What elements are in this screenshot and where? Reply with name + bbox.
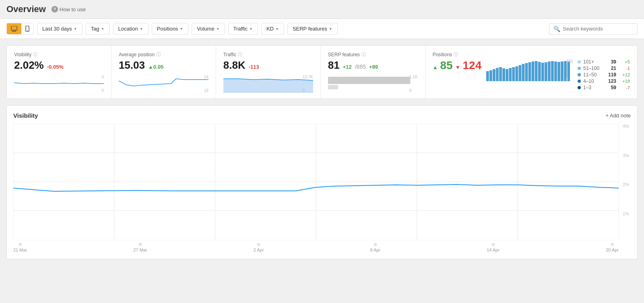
legend-label: 51–100 [583,66,604,71]
traffic-chart-labels: 10.7K 0 [303,75,313,93]
svg-rect-13 [499,67,502,81]
search-input[interactable] [563,26,633,32]
tag-dropdown[interactable]: Tag ▼ [86,23,110,35]
note-icon-6: ⚙ [611,242,614,247]
mobile-icon [25,26,29,32]
x-axis: ⚙ 21 Mar ⚙ 27 Mar ⚙ 2 Apr ⚙ 8 Apr ⚙ 14 [13,242,619,252]
visibility-main-chart: 4% 3% 2% 1% ⚙ 21 Mar ⚙ 27 Mar ⚙ 2 Apr [13,124,631,252]
kd-dropdown[interactable]: KD ▼ [261,23,284,35]
chevron-down-icon: ▼ [329,27,332,31]
serp-features-dropdown[interactable]: SERP features ▼ [287,23,338,35]
positions-card: Positions ⓘ ▲ 85 ▼ 124 [425,46,637,98]
legend-row: 1–3 59 -7 [578,85,630,90]
how-to-use-button[interactable]: ? How to use [52,6,86,12]
svg-rect-22 [528,62,531,81]
positions-label: Positions [433,52,452,57]
serp-features-chart-labels: 1.1K 0 [409,75,418,93]
svg-rect-23 [532,61,535,81]
chevron-down-icon: ▼ [180,27,183,31]
legend-count: 39 [607,59,616,65]
chevron-down-icon: ▼ [74,27,77,31]
toolbar: Last 30 days ▼ Tag ▼ Location ▼ Position… [0,19,644,39]
legend-label: 101+ [583,59,604,65]
serp-features-value: 81 [328,59,340,72]
add-note-button[interactable]: + Add note [605,113,631,119]
svg-rect-8 [328,85,338,89]
svg-rect-21 [525,63,528,81]
metrics-row: Visibility ⓘ 2.02% -0.05% 4 0 Average po… [6,45,638,99]
legend-dot [578,60,581,63]
avg-position-label: Average position [119,52,155,57]
positions-bar-chart [486,59,573,81]
svg-rect-25 [538,62,541,81]
legend-label: 1–3 [583,85,604,90]
chevron-down-icon: ▼ [249,27,253,31]
legend-change: +5 [619,59,630,64]
serp-features-card: SERP features ⓘ 81 +12 /885 +99 1.1K 0 [321,46,425,98]
legend-dot [578,86,581,89]
svg-rect-29 [551,61,554,81]
chart-grid [13,124,619,240]
svg-rect-32 [561,61,564,81]
location-dropdown[interactable]: Location ▼ [113,23,149,35]
legend-change: +18 [619,79,630,84]
svg-rect-28 [548,61,551,81]
visibility-section: Visibility + Add note [6,105,638,259]
legend-count: 119 [607,72,616,78]
svg-rect-31 [557,62,560,81]
svg-point-5 [27,31,28,31]
positions-dropdown[interactable]: Positions ▼ [152,23,189,35]
positions-down-value: 124 [463,59,482,72]
help-icon: ? [52,6,58,12]
svg-rect-7 [328,77,410,84]
visibility-chart: 4 0 [14,75,104,93]
serp-features-label: SERP features [328,52,360,57]
svg-rect-27 [545,62,547,81]
volume-dropdown[interactable]: Volume ▼ [192,23,225,35]
svg-rect-20 [522,64,525,81]
mobile-device-button[interactable] [21,23,33,34]
svg-rect-30 [554,61,557,81]
chevron-down-icon: ▼ [216,27,220,31]
legend-count: 21 [607,66,616,71]
traffic-change: -113 [249,64,259,70]
visibility-card: Visibility ⓘ 2.02% -0.05% 4 0 [7,46,111,98]
positions-info-icon[interactable]: ⓘ [454,51,458,57]
visibility-info-icon[interactable]: ⓘ [33,51,37,57]
traffic-value: 8.8K [223,59,246,72]
search-box: 🔍 [549,23,638,35]
page-title: Overview [6,4,46,14]
traffic-label: Traffic [223,52,237,57]
avg-position-info-icon[interactable]: ⓘ [156,51,161,57]
legend-change: -1 [619,66,630,71]
serp-features-chart: 1.1K 0 [328,75,418,93]
traffic-info-icon[interactable]: ⓘ [238,51,242,57]
legend-dot [578,80,581,83]
positions-up-value: 85 [440,59,453,72]
svg-rect-19 [519,65,522,81]
visibility-label: Visibility [14,52,31,57]
legend-dot [578,67,581,70]
legend-dot [578,73,581,76]
serp-features-change: +12 [343,64,352,70]
svg-rect-10 [489,70,492,81]
serp-features-info-icon[interactable]: ⓘ [361,51,366,57]
legend-count: 59 [607,85,616,90]
svg-rect-15 [506,69,509,81]
legend-row: 101+ 39 +5 [578,59,630,65]
date-range-dropdown[interactable]: Last 30 days ▼ [37,23,83,35]
traffic-dropdown[interactable]: Traffic ▼ [228,23,258,35]
svg-rect-12 [496,68,499,81]
search-icon: 🔍 [553,26,560,32]
svg-rect-9 [486,71,489,81]
svg-rect-0 [11,26,17,30]
avg-position-change: ▲0.05 [148,64,163,70]
legend-count: 123 [607,78,616,84]
visibility-change: -0.05% [47,64,64,70]
avg-position-chart: 14 18 [119,75,208,93]
y-axis-labels: 4% 3% 2% 1% [623,124,631,240]
legend-change: -7 [619,85,630,90]
desktop-device-button[interactable] [7,23,21,34]
svg-rect-11 [493,69,495,81]
desktop-icon [11,26,17,32]
